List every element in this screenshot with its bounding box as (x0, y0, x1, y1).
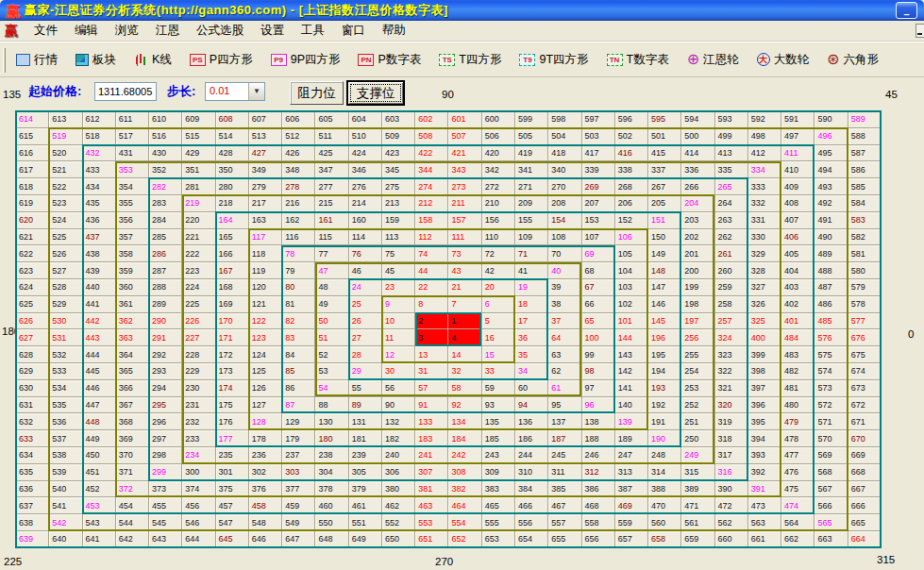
grid-cell: 41 (514, 262, 547, 279)
grid-cell: 541 (49, 497, 82, 514)
toolbar-label: T数字表 (627, 52, 669, 68)
grid-cell: 595 (648, 111, 681, 128)
grid-cell: 559 (614, 514, 647, 531)
grid-cell: 23 (381, 278, 414, 295)
grid-cell: 223 (182, 262, 215, 279)
toolbar-button-P数字表[interactable]: PNP数字表 (355, 50, 424, 70)
grid-cell: 525 (49, 228, 82, 245)
grid-cell: 567 (815, 480, 848, 497)
menu-item-公式选股[interactable]: 公式选股 (188, 21, 252, 41)
grid-cell: 48 (315, 278, 348, 295)
toolbar-button-P四方形[interactable]: PSP四方形 (187, 50, 256, 70)
grid-cell: 591 (781, 111, 815, 128)
toolbar-button-江恩轮[interactable]: ⊕江恩轮 (684, 50, 742, 70)
grid-cell: 176 (215, 413, 248, 430)
grid-cell: 550 (315, 514, 348, 531)
grid-cell: 319 (714, 413, 748, 430)
grid-cell: 146 (648, 295, 681, 312)
toolbar-button-9T四方形[interactable]: T99T四方形 (516, 50, 591, 70)
grid-cell: 63 (548, 346, 581, 363)
grid-cell: 590 (815, 111, 848, 128)
resistance-button[interactable]: 阻力位 (290, 81, 344, 105)
menu-item-设置[interactable]: 设置 (252, 21, 293, 41)
grid-cell: 436 (82, 211, 115, 228)
blocks-icon (76, 54, 89, 66)
support-button[interactable]: 支撑位 (346, 80, 405, 106)
toolbar-label: 大数轮 (774, 52, 810, 68)
grid-cell: 321 (714, 379, 748, 396)
grid-cell: 395 (748, 413, 781, 430)
menu-item-文件[interactable]: 文件 (25, 21, 66, 41)
toolbar-grip[interactable] (3, 48, 6, 73)
grid-cell: 485 (815, 312, 848, 329)
grid-cell: 234 (182, 446, 215, 463)
grid-cell: 265 (714, 178, 748, 195)
grid-cell: 445 (82, 362, 115, 379)
grid-cell: 180 (315, 430, 348, 447)
grid-cell: 157 (448, 211, 481, 228)
grid-cell: 76 (348, 245, 381, 262)
grid-cell: 426 (282, 144, 315, 161)
grid-cell: 448 (82, 413, 115, 430)
grid-cell: 169 (215, 295, 248, 312)
grid-cell: 60 (514, 379, 547, 396)
menu-item-窗口[interactable]: 窗口 (333, 21, 374, 41)
grid-cell: 80 (282, 278, 315, 295)
step-combobox[interactable]: 0.01 ▼ (205, 82, 265, 101)
mdi-child-button[interactable] (916, 24, 924, 38)
grid-cell: 429 (182, 144, 215, 161)
grid-cell: 156 (481, 211, 514, 228)
menu-item-江恩[interactable]: 江恩 (147, 21, 188, 41)
grid-cell: 98 (581, 362, 614, 379)
kline-icon (134, 53, 148, 66)
grid-cell: 622 (16, 245, 49, 262)
grid-cell: 582 (848, 228, 881, 245)
grid-cell: 103 (614, 278, 647, 295)
start-price-input[interactable] (94, 82, 157, 101)
grid-cell: 292 (149, 346, 182, 363)
toolbar-button-9P四方形[interactable]: P99P四方形 (268, 50, 344, 70)
grid-cell: 36 (514, 329, 547, 346)
minimize-button[interactable]: – (896, 2, 917, 19)
grid-cell: 318 (714, 430, 748, 447)
grid-cell: 6 (481, 295, 514, 312)
grid-cell: 33 (481, 362, 514, 379)
menu-item-帮助[interactable]: 帮助 (374, 21, 414, 41)
toolbar-button-K线[interactable]: K线 (131, 50, 175, 70)
grid-cell: 527 (49, 262, 82, 279)
grid-cell: 611 (115, 111, 148, 128)
grid-cell: 444 (82, 346, 115, 363)
grid-cell: 636 (16, 480, 49, 497)
grid-cell: 639 (16, 530, 49, 547)
grid-cell: 160 (348, 211, 381, 228)
menu-item-浏览[interactable]: 浏览 (107, 21, 147, 41)
grid-cell: 258 (714, 295, 748, 312)
toolbar-button-大数轮[interactable]: 大大数轮 (754, 50, 813, 70)
grid-cell: 203 (681, 211, 714, 228)
toolbar-button-板块[interactable]: 板块 (73, 50, 119, 70)
grid-cell: 239 (348, 446, 381, 463)
grid-cell: 382 (448, 480, 481, 497)
chevron-down-icon[interactable]: ▼ (248, 83, 264, 100)
grid-cell: 152 (614, 211, 647, 228)
grid-cell: 198 (681, 295, 714, 312)
menu-item-工具[interactable]: 工具 (293, 21, 333, 41)
toolbar-button-行情[interactable]: 行情 (13, 50, 60, 70)
menu-item-编辑[interactable]: 编辑 (66, 21, 107, 41)
grid-cell: 363 (115, 329, 148, 346)
grid-cell: 607 (248, 111, 281, 128)
grid-cell: 288 (149, 278, 182, 295)
toolbar-button-六角形[interactable]: ⊛六角形 (824, 50, 882, 70)
grid-cell: 419 (514, 144, 547, 161)
grid-cell: 385 (548, 480, 581, 497)
grid-cell: 500 (681, 127, 714, 144)
grid-cell: 544 (115, 514, 148, 531)
toolbar-button-T四方形[interactable]: TST四方形 (436, 50, 504, 70)
grid-cell: 583 (848, 211, 881, 228)
grid-cell: 136 (514, 413, 547, 430)
grid-cell: 497 (781, 127, 815, 144)
grid-cell: 45 (381, 262, 414, 279)
toolbar-button-T数字表[interactable]: TNT数字表 (604, 50, 672, 70)
grid-cell: 655 (548, 530, 581, 547)
grid-cell: 72 (481, 245, 514, 262)
